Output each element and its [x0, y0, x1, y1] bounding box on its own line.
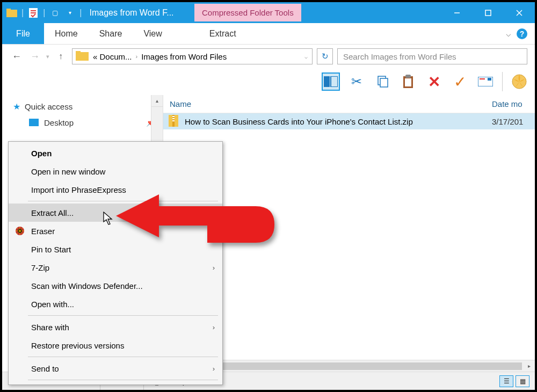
- address-bar[interactable]: « Docum... › Images from Word Files ⌵: [72, 48, 313, 64]
- context-menu: OpenOpen in new windowImport into Phrase…: [8, 141, 223, 385]
- scroll-up-button[interactable]: ▴: [151, 95, 163, 107]
- svg-rect-26: [172, 120, 175, 121]
- column-date[interactable]: Date mo: [492, 99, 535, 108]
- chevron-right-icon: ›: [213, 323, 215, 331]
- file-date: 3/17/201: [492, 117, 535, 126]
- window-title: Images from Word F...: [86, 8, 177, 18]
- close-button[interactable]: [504, 2, 535, 23]
- separator: |: [79, 8, 82, 18]
- shell-icon[interactable]: [510, 72, 528, 91]
- file-tab[interactable]: File: [2, 23, 44, 44]
- delete-button[interactable]: ✕: [425, 72, 443, 91]
- svg-rect-3: [31, 10, 36, 11]
- nav-up-button[interactable]: ↑: [54, 49, 68, 63]
- breadcrumb-current[interactable]: Images from Word Files: [140, 52, 228, 61]
- context-menu-item-label: Open with...: [31, 300, 74, 309]
- star-icon: ★: [13, 101, 20, 112]
- column-name[interactable]: Name: [163, 99, 492, 108]
- tab-share[interactable]: Share: [89, 23, 133, 44]
- nav-desktop[interactable]: Desktop 📌: [2, 114, 163, 130]
- svg-rect-25: [172, 118, 175, 119]
- tab-home[interactable]: Home: [44, 23, 89, 44]
- help-button[interactable]: ?: [517, 28, 527, 39]
- chevron-icon[interactable]: ›: [133, 53, 141, 60]
- context-menu-item-label: Send to: [31, 364, 59, 373]
- hscroll-thumb[interactable]: [176, 362, 522, 370]
- qat-dropdown-icon[interactable]: ▾: [64, 8, 75, 18]
- minimize-button[interactable]: [441, 2, 473, 23]
- doc-icon[interactable]: [28, 8, 39, 18]
- tab-extract[interactable]: Extract: [199, 23, 247, 44]
- cut-button[interactable]: ✂: [347, 72, 366, 91]
- svg-rect-0: [6, 10, 17, 17]
- preview-pane-button[interactable]: [322, 72, 340, 91]
- context-menu-item[interactable]: Open in new window: [9, 162, 222, 180]
- eraser-icon: [14, 225, 26, 237]
- context-menu-item-label: Extract All...: [31, 208, 74, 217]
- breadcrumb-documents[interactable]: « Docum...: [92, 52, 133, 61]
- svg-rect-17: [405, 78, 411, 86]
- mail-button[interactable]: [476, 72, 495, 91]
- hscroll-right[interactable]: ▸: [523, 360, 535, 372]
- tab-view[interactable]: View: [133, 23, 172, 44]
- context-menu-item-label: Restore previous versions: [31, 341, 124, 350]
- context-menu-item-label: Share with: [31, 323, 69, 332]
- nav-back-button[interactable]: ←: [10, 49, 24, 63]
- svg-rect-11: [324, 76, 330, 87]
- paste-button[interactable]: [399, 72, 417, 91]
- view-details-button[interactable]: ☰: [499, 375, 513, 387]
- zip-icon: [169, 115, 179, 128]
- svg-rect-6: [485, 10, 491, 16]
- context-menu-item-label: 7-Zip: [31, 263, 49, 272]
- separator: |: [43, 8, 45, 18]
- file-row[interactable]: How to Scan Business Cards into Your iPh…: [163, 113, 535, 129]
- nav-quick-access[interactable]: ★ Quick access: [2, 98, 163, 114]
- maximize-button[interactable]: [473, 2, 504, 23]
- context-menu-item[interactable]: 7-Zip›: [9, 258, 222, 277]
- context-menu-item-label: Pin to Start: [31, 245, 71, 254]
- file-name: How to Scan Business Cards into Your iPh…: [185, 117, 492, 126]
- desktop-icon: [29, 119, 39, 126]
- check-button[interactable]: ✓: [451, 72, 469, 91]
- chevron-right-icon: ›: [213, 264, 215, 272]
- separator: |: [21, 8, 24, 18]
- svg-rect-10: [76, 51, 81, 53]
- svg-rect-12: [331, 76, 338, 87]
- context-menu-item-label: Import into PhraseExpress: [31, 185, 126, 194]
- folder-icon: [76, 51, 89, 62]
- refresh-button[interactable]: ↻: [317, 48, 333, 64]
- nav-history-dropdown[interactable]: ▾: [46, 53, 49, 60]
- nav-forward-button[interactable]: →: [28, 49, 42, 63]
- new-icon[interactable]: ▢: [49, 8, 60, 18]
- ribbon-collapse-icon[interactable]: ⌵: [506, 28, 511, 39]
- folder-icon: [6, 8, 17, 18]
- context-menu-item[interactable]: Scan with Windows Defender...: [9, 277, 222, 295]
- svg-rect-9: [76, 52, 89, 61]
- context-menu-item[interactable]: Restore previous versions: [9, 336, 222, 354]
- context-menu-item[interactable]: Open with...: [9, 295, 222, 313]
- context-menu-separator: [28, 315, 218, 316]
- context-tab-label: Compressed Folder Tools: [194, 4, 301, 21]
- svg-rect-1: [6, 9, 11, 11]
- svg-rect-19: [480, 78, 485, 79]
- desktop-label: Desktop: [44, 118, 74, 127]
- context-menu-separator: [28, 380, 218, 380]
- search-input[interactable]: Search Images from Word Files: [337, 48, 527, 64]
- toolbar-separator: [502, 72, 503, 91]
- svg-rect-24: [172, 116, 175, 117]
- annotation-arrow: [116, 194, 277, 259]
- context-menu-item[interactable]: Send to›: [9, 359, 222, 378]
- quick-access-label: Quick access: [25, 102, 72, 111]
- context-menu-item[interactable]: Open: [9, 144, 222, 162]
- context-menu-separator: [28, 357, 218, 357]
- cursor-icon: [103, 212, 114, 226]
- context-menu-item-label: Scan with Windows Defender...: [31, 281, 143, 291]
- copy-button[interactable]: [373, 72, 391, 91]
- chevron-right-icon: ›: [213, 365, 215, 373]
- context-menu-item-label: Open: [31, 149, 52, 158]
- address-dropdown-icon[interactable]: ⌵: [300, 54, 312, 60]
- context-menu-item[interactable]: Share with›: [9, 318, 222, 336]
- view-icons-button[interactable]: ▦: [516, 375, 529, 387]
- svg-rect-16: [405, 75, 411, 78]
- svg-rect-14: [380, 78, 388, 87]
